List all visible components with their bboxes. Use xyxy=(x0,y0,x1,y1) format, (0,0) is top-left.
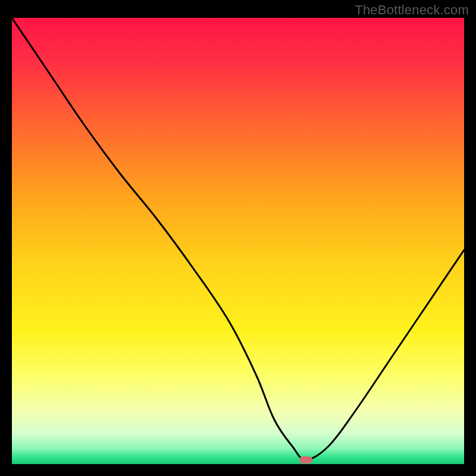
background-gradient xyxy=(12,18,464,464)
plot-area xyxy=(12,18,464,464)
svg-rect-0 xyxy=(12,18,464,464)
optimal-point-marker xyxy=(299,456,312,464)
chart-frame: TheBottleneck.com xyxy=(0,0,476,476)
watermark-text: TheBottleneck.com xyxy=(355,2,469,18)
